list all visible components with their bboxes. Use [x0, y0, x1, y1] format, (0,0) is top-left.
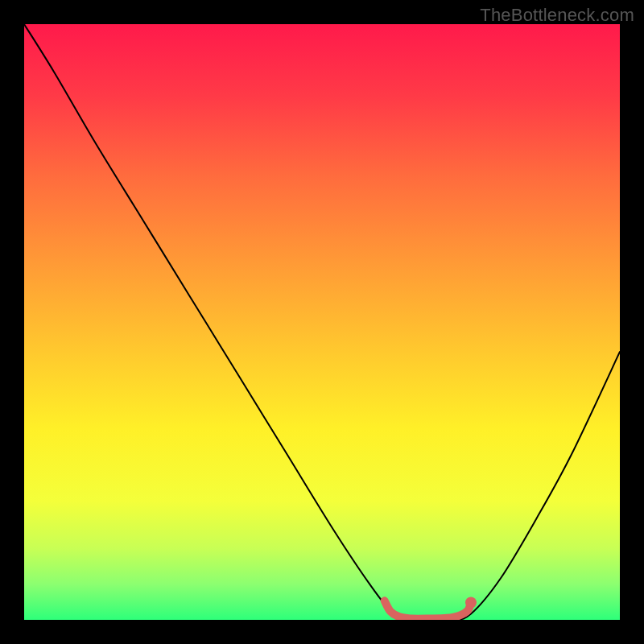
chart-frame: TheBottleneck.com	[0, 0, 644, 644]
plot-area	[24, 24, 620, 620]
watermark-text: TheBottleneck.com	[480, 5, 634, 26]
plot-svg	[24, 24, 620, 620]
points-layer	[465, 597, 477, 609]
point-sweet-spot-end-dot	[465, 597, 477, 609]
